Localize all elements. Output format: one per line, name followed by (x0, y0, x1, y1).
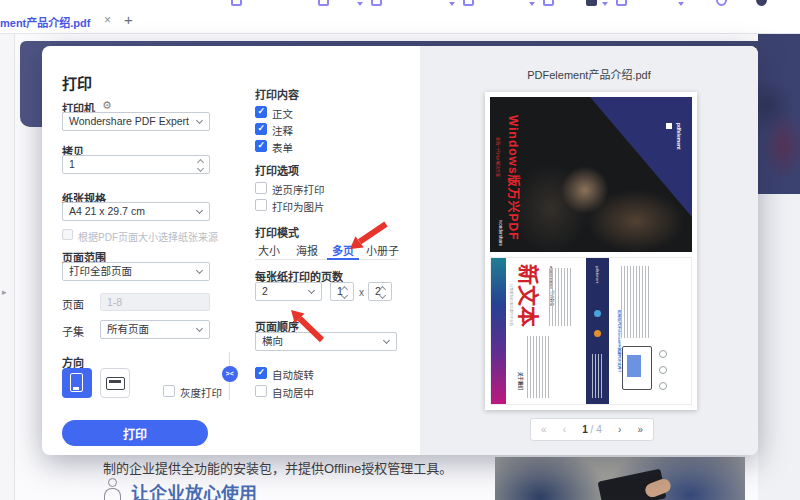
last-page-button[interactable]: » (637, 424, 643, 435)
preview-page-2: 让您更轻松地处理PDF文档 新文本 wondershare 万兴科技 关于我们 … (490, 257, 692, 405)
next-page-button[interactable]: › (618, 424, 621, 435)
copies-input[interactable]: 1 (62, 155, 210, 174)
stepper-arrows[interactable] (342, 285, 349, 299)
tab-booklet[interactable]: 小册子 (366, 242, 399, 258)
tab-close-icon[interactable]: × (104, 13, 111, 27)
document-margin (758, 194, 800, 500)
gear-icon[interactable]: ⚙ (102, 99, 112, 112)
chevron-down-icon[interactable] (678, 2, 684, 6)
pdfelement-logo-text: pdfelement (676, 123, 682, 150)
page2-side-note: 让您更轻松地处理PDF文档 (509, 284, 514, 326)
page2-section-title: 关于我们 (518, 372, 524, 390)
grid-rows-stepper[interactable]: 2 (368, 282, 392, 301)
pages-per-sheet-select[interactable]: 2 (255, 282, 322, 301)
toolbar-icon[interactable] (463, 0, 474, 6)
toolbar-icon[interactable] (586, 0, 597, 6)
reverse-order-checkbox[interactable] (255, 182, 267, 194)
stepper-arrows[interactable] (198, 158, 205, 172)
pages-label: 页面 (62, 296, 84, 312)
chevron-down-icon[interactable] (449, 2, 455, 6)
dialog-title: 打印 (62, 72, 92, 93)
tabs-divider (255, 259, 397, 260)
preview-filename: PDFelement产品介绍.pdf (420, 66, 758, 82)
landscape-button[interactable] (100, 368, 130, 398)
page2-title: 新文本 (515, 264, 545, 327)
chevron-down-icon (196, 207, 203, 214)
new-tab-button[interactable]: + (124, 11, 133, 28)
toolbar-icon[interactable] (371, 0, 382, 6)
laptop-illustration (622, 346, 652, 390)
navy-bar-text (592, 354, 604, 398)
reverse-order-label: 逆页序打印 (272, 182, 325, 197)
chevron-down-icon[interactable] (602, 2, 608, 6)
content-annotations-label: 注释 (272, 123, 293, 138)
grid-cols-stepper[interactable]: 1 (330, 282, 354, 301)
preview-sheet: Windows版万兴PDF 全新一代PDF解决方案 pdfelement won… (485, 92, 697, 410)
print-options-label: 打印选项 (255, 162, 299, 178)
chevron-down-icon[interactable] (529, 2, 535, 6)
printer-select[interactable]: Wondershare PDF Expert (62, 112, 210, 131)
first-page-button[interactable]: « (541, 424, 547, 435)
chevron-down-icon (196, 117, 203, 124)
preview-pagination: « ‹ 1 / 4 › » (530, 418, 654, 441)
print-as-image-label: 打印为图片 (272, 199, 325, 214)
sidebar-rail (0, 34, 15, 500)
tab-size[interactable]: 大小 (258, 242, 280, 258)
pages-input[interactable]: 1-8 (100, 293, 210, 311)
toolbar-icon[interactable] (318, 0, 329, 6)
paper-source-label: 根据PDF页面大小选择纸张来源 (78, 229, 218, 244)
print-button[interactable]: 打印 (62, 420, 208, 446)
person-icon (104, 478, 122, 500)
paper-source-checkbox[interactable] (62, 229, 73, 240)
print-mode-label: 打印模式 (255, 224, 299, 240)
toolbar-icon[interactable] (231, 0, 242, 6)
document-photo (495, 457, 745, 500)
panel-collapse-button[interactable]: >< (222, 366, 238, 382)
document-paragraph: 制的企业提供全功能的安装包，并提供Offline授权管理工具。 (103, 458, 452, 477)
page-order-select[interactable]: 横向 (255, 332, 397, 351)
document-tab[interactable]: ment产品介绍.pdf (0, 14, 90, 30)
landscape-icon (106, 377, 125, 390)
chevron-down-icon (196, 325, 203, 332)
auto-center-label: 自动居中 (272, 385, 314, 400)
wondershare-logo: wondershare (498, 220, 503, 246)
current-page: 1 (582, 424, 588, 435)
content-annotations-checkbox[interactable] (255, 123, 267, 135)
gradient-stripe (491, 258, 506, 405)
grayscale-checkbox[interactable] (163, 385, 175, 397)
portrait-icon (70, 373, 83, 392)
paper-size-select[interactable]: A4 21 x 29.7 cm (62, 202, 210, 221)
toolbar-icon[interactable] (543, 0, 554, 6)
auto-rotate-checkbox[interactable] (255, 367, 267, 379)
portrait-button[interactable] (62, 368, 92, 398)
content-text-checkbox[interactable] (255, 106, 267, 118)
page2-navy-bar: pdfelement (586, 258, 609, 405)
tab-bar: ment产品介绍.pdf × + (0, 9, 800, 34)
auto-center-checkbox[interactable] (255, 385, 267, 397)
toolbar-icon[interactable] (716, 0, 727, 6)
print-as-image-checkbox[interactable] (255, 199, 267, 211)
toolbar-icon[interactable] (616, 0, 627, 6)
content-forms-checkbox[interactable] (255, 140, 267, 152)
top-toolbar (0, 0, 800, 9)
chevron-down-icon (308, 287, 315, 294)
subset-select[interactable]: 所有页面 (100, 320, 210, 339)
print-dialog: 打印 × 打印机 ⚙ Wondershare PDF Expert 拷贝 1 纸… (42, 46, 758, 455)
cover-title: Windows版万兴PDF (506, 115, 523, 241)
content-text-label: 正文 (272, 106, 293, 121)
sidebar-expand-arrow[interactable]: ▸ (2, 287, 7, 297)
pdfelement-logo-mark (666, 123, 672, 129)
toolbar-icon[interactable] (756, 0, 767, 6)
cover-tagline: 全新一代PDF解决方案 (495, 137, 501, 177)
prev-page-button[interactable]: ‹ (563, 424, 566, 435)
stepper-arrows[interactable] (380, 285, 387, 299)
chevron-down-icon[interactable] (357, 2, 363, 6)
page-range-select[interactable]: 打印全部页面 (62, 262, 210, 281)
subset-label: 子集 (62, 323, 84, 339)
sun-icon (594, 330, 601, 337)
auto-rotate-label: 自动旋转 (272, 367, 314, 382)
tab-multiple[interactable]: 多页 (332, 242, 354, 258)
tab-poster[interactable]: 海报 (296, 242, 318, 258)
grayscale-label: 灰度打印 (180, 385, 222, 400)
page2-text-block (621, 266, 649, 338)
